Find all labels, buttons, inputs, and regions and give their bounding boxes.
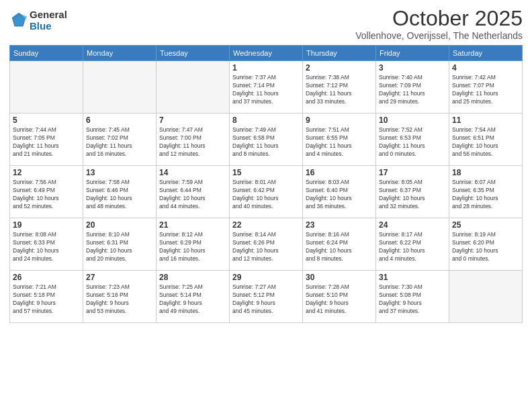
day-number: 6 [86, 116, 153, 125]
day-info: Sunrise: 7:51 AM Sunset: 6:55 PM Dayligh… [306, 126, 373, 158]
day-info: Sunrise: 8:08 AM Sunset: 6:33 PM Dayligh… [13, 231, 80, 263]
calendar-cell: 2Sunrise: 7:38 AM Sunset: 7:12 PM Daylig… [303, 61, 376, 113]
day-number: 20 [86, 220, 153, 230]
day-info: Sunrise: 7:58 AM Sunset: 6:46 PM Dayligh… [86, 179, 153, 211]
calendar-cell: 4Sunrise: 7:42 AM Sunset: 7:07 PM Daylig… [449, 61, 523, 113]
page-container: General Blue October 2025 Vollenhove, Ov… [0, 0, 532, 328]
day-info: Sunrise: 7:21 AM Sunset: 5:18 PM Dayligh… [13, 283, 80, 316]
day-number: 1 [232, 63, 300, 73]
calendar-cell: 31Sunrise: 7:30 AM Sunset: 5:08 PM Dayli… [376, 271, 449, 323]
weekday-header: Thursday [303, 46, 376, 61]
title-block: October 2025 Vollenhove, Overijssel, The… [355, 7, 523, 41]
day-number: 22 [232, 220, 300, 230]
calendar-cell: 11Sunrise: 7:54 AM Sunset: 6:51 PM Dayli… [449, 113, 523, 166]
calendar-cell: 12Sunrise: 7:56 AM Sunset: 6:49 PM Dayli… [10, 166, 83, 218]
calendar-cell [83, 61, 157, 113]
day-number: 18 [452, 168, 519, 177]
day-info: Sunrise: 7:30 AM Sunset: 5:08 PM Dayligh… [379, 283, 446, 316]
calendar-cell: 22Sunrise: 8:14 AM Sunset: 6:26 PM Dayli… [230, 218, 303, 271]
calendar-table: SundayMondayTuesdayWednesdayThursdayFrid… [9, 45, 523, 323]
day-number: 4 [452, 63, 519, 73]
calendar-week-row: 19Sunrise: 8:08 AM Sunset: 6:33 PM Dayli… [10, 218, 523, 271]
day-number: 21 [159, 220, 226, 230]
logo-blue-label: Blue [30, 21, 67, 32]
calendar-cell: 21Sunrise: 8:12 AM Sunset: 6:29 PM Dayli… [157, 218, 230, 271]
calendar-cell: 13Sunrise: 7:58 AM Sunset: 6:46 PM Dayli… [83, 166, 157, 218]
day-number: 2 [306, 63, 373, 73]
day-number: 29 [232, 273, 300, 282]
day-info: Sunrise: 7:44 AM Sunset: 7:05 PM Dayligh… [13, 126, 80, 158]
calendar-cell: 3Sunrise: 7:40 AM Sunset: 7:09 PM Daylig… [376, 61, 449, 113]
day-number: 17 [379, 168, 446, 177]
month-title: October 2025 [355, 7, 523, 30]
day-info: Sunrise: 7:27 AM Sunset: 5:12 PM Dayligh… [232, 283, 300, 316]
calendar-week-row: 26Sunrise: 7:21 AM Sunset: 5:18 PM Dayli… [10, 271, 523, 323]
weekday-header: Saturday [449, 46, 523, 61]
calendar-cell: 7Sunrise: 7:47 AM Sunset: 7:00 PM Daylig… [157, 113, 230, 166]
day-number: 8 [232, 116, 300, 125]
day-number: 31 [379, 273, 446, 282]
calendar-cell: 20Sunrise: 8:10 AM Sunset: 6:31 PM Dayli… [83, 218, 157, 271]
day-info: Sunrise: 7:37 AM Sunset: 7:14 PM Dayligh… [232, 74, 300, 106]
calendar-week-row: 5Sunrise: 7:44 AM Sunset: 7:05 PM Daylig… [10, 113, 523, 166]
weekday-header: Monday [83, 46, 157, 61]
logo: General Blue [9, 9, 67, 32]
calendar-week-row: 12Sunrise: 7:56 AM Sunset: 6:49 PM Dayli… [10, 166, 523, 218]
day-info: Sunrise: 8:12 AM Sunset: 6:29 PM Dayligh… [159, 231, 226, 263]
day-number: 14 [159, 168, 226, 177]
day-info: Sunrise: 7:40 AM Sunset: 7:09 PM Dayligh… [379, 74, 446, 106]
day-info: Sunrise: 7:38 AM Sunset: 7:12 PM Dayligh… [306, 74, 373, 106]
day-info: Sunrise: 8:05 AM Sunset: 6:37 PM Dayligh… [379, 179, 446, 211]
day-info: Sunrise: 7:49 AM Sunset: 6:58 PM Dayligh… [232, 126, 300, 158]
calendar-cell: 24Sunrise: 8:17 AM Sunset: 6:22 PM Dayli… [376, 218, 449, 271]
header: General Blue October 2025 Vollenhove, Ov… [9, 7, 523, 41]
day-number: 26 [13, 273, 80, 282]
calendar-cell: 29Sunrise: 7:27 AM Sunset: 5:12 PM Dayli… [230, 271, 303, 323]
day-number: 27 [86, 273, 153, 282]
calendar-cell: 16Sunrise: 8:03 AM Sunset: 6:40 PM Dayli… [303, 166, 376, 218]
day-number: 10 [379, 116, 446, 125]
calendar-week-row: 1Sunrise: 7:37 AM Sunset: 7:14 PM Daylig… [10, 61, 523, 113]
day-number: 25 [452, 220, 519, 230]
calendar-cell: 8Sunrise: 7:49 AM Sunset: 6:58 PM Daylig… [230, 113, 303, 166]
day-info: Sunrise: 8:16 AM Sunset: 6:24 PM Dayligh… [306, 231, 373, 263]
day-info: Sunrise: 8:10 AM Sunset: 6:31 PM Dayligh… [86, 231, 153, 263]
weekday-header: Sunday [10, 46, 83, 61]
calendar-cell [449, 271, 523, 323]
calendar-cell: 15Sunrise: 8:01 AM Sunset: 6:42 PM Dayli… [230, 166, 303, 218]
weekday-header: Wednesday [230, 46, 303, 61]
calendar-cell [157, 61, 230, 113]
day-info: Sunrise: 7:25 AM Sunset: 5:14 PM Dayligh… [159, 283, 226, 316]
day-number: 16 [306, 168, 373, 177]
logo-general-label: General [30, 9, 67, 21]
day-number: 19 [13, 220, 80, 230]
day-info: Sunrise: 7:42 AM Sunset: 7:07 PM Dayligh… [452, 74, 519, 106]
day-number: 12 [13, 168, 80, 177]
day-number: 28 [159, 273, 226, 282]
day-info: Sunrise: 7:54 AM Sunset: 6:51 PM Dayligh… [452, 126, 519, 158]
calendar-cell: 25Sunrise: 8:19 AM Sunset: 6:20 PM Dayli… [449, 218, 523, 271]
day-info: Sunrise: 8:07 AM Sunset: 6:35 PM Dayligh… [452, 179, 519, 211]
calendar-cell: 26Sunrise: 7:21 AM Sunset: 5:18 PM Dayli… [10, 271, 83, 323]
day-info: Sunrise: 8:03 AM Sunset: 6:40 PM Dayligh… [306, 179, 373, 211]
day-info: Sunrise: 8:14 AM Sunset: 6:26 PM Dayligh… [232, 231, 300, 263]
calendar-cell: 17Sunrise: 8:05 AM Sunset: 6:37 PM Dayli… [376, 166, 449, 218]
day-info: Sunrise: 7:47 AM Sunset: 7:00 PM Dayligh… [159, 126, 226, 158]
calendar-cell: 9Sunrise: 7:51 AM Sunset: 6:55 PM Daylig… [303, 113, 376, 166]
weekday-header: Friday [376, 46, 449, 61]
calendar-cell: 1Sunrise: 7:37 AM Sunset: 7:14 PM Daylig… [230, 61, 303, 113]
calendar-cell: 10Sunrise: 7:52 AM Sunset: 6:53 PM Dayli… [376, 113, 449, 166]
calendar-cell: 19Sunrise: 8:08 AM Sunset: 6:33 PM Dayli… [10, 218, 83, 271]
day-number: 23 [306, 220, 373, 230]
day-number: 15 [232, 168, 300, 177]
logo-text: General Blue [30, 9, 67, 32]
day-number: 24 [379, 220, 446, 230]
day-number: 11 [452, 116, 519, 125]
weekday-header-row: SundayMondayTuesdayWednesdayThursdayFrid… [10, 46, 523, 61]
day-info: Sunrise: 7:52 AM Sunset: 6:53 PM Dayligh… [379, 126, 446, 158]
day-number: 7 [159, 116, 226, 125]
calendar-cell [10, 61, 83, 113]
calendar-cell: 28Sunrise: 7:25 AM Sunset: 5:14 PM Dayli… [157, 271, 230, 323]
day-info: Sunrise: 7:28 AM Sunset: 5:10 PM Dayligh… [306, 283, 373, 316]
location: Vollenhove, Overijssel, The Netherlands [355, 30, 523, 41]
